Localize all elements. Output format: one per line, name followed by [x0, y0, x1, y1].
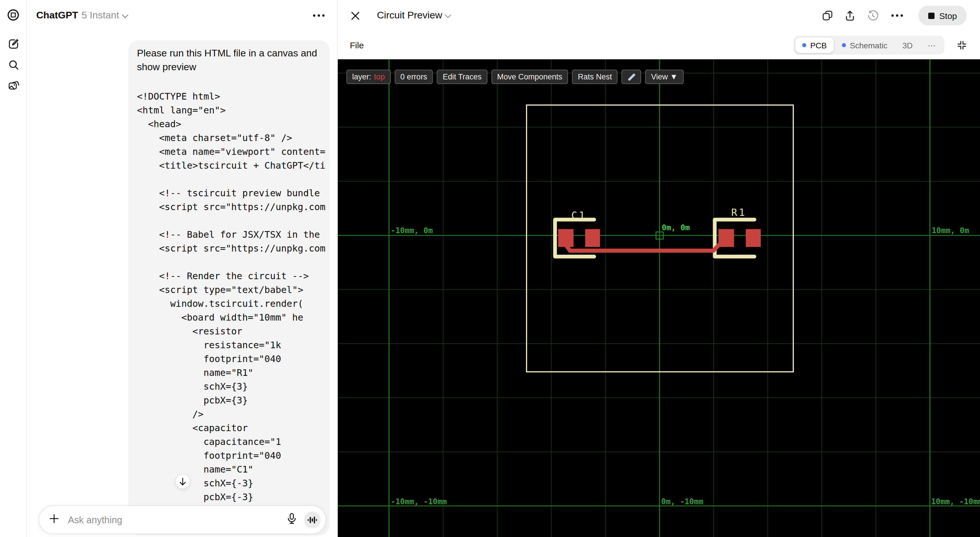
- canvas-menu-row: File PCB Schematic 3D ⋯: [338, 31, 980, 59]
- canvas-title[interactable]: Circuit Preview: [377, 10, 442, 21]
- pcb-viewport[interactable]: C1 R1 -10mm, 0m 0m, 0m 10mm, 0m -10mm, -…: [338, 59, 980, 537]
- r1-label[interactable]: R1: [732, 207, 747, 218]
- search-icon[interactable]: [7, 58, 19, 71]
- coord-south: 0m, -10mm: [661, 497, 703, 506]
- schematic-status-dot: [842, 43, 846, 47]
- composer-placeholder[interactable]: Ask anything: [68, 514, 287, 525]
- stop-button-label: Stop: [939, 11, 957, 21]
- r1-pad-2[interactable]: [746, 229, 761, 247]
- coord-southwest: -10mm, -10mm: [391, 497, 447, 506]
- chevron-down-icon[interactable]: [122, 10, 128, 21]
- chat-app-name[interactable]: ChatGPT: [36, 10, 78, 21]
- collapse-fullscreen-icon[interactable]: [956, 40, 967, 51]
- pencil-tool-icon[interactable]: [622, 70, 641, 84]
- user-message-text: Please run this HTML file in a canvas an…: [137, 46, 321, 74]
- c1-pad-1[interactable]: [558, 229, 573, 247]
- tab-3d[interactable]: 3D: [896, 37, 920, 53]
- pcb-board-svg: C1 R1 -10mm, 0m 0m, 0m 10mm, 0m -10mm, -…: [338, 59, 980, 537]
- sidebar: [0, 0, 27, 537]
- microphone-icon[interactable]: [287, 513, 296, 527]
- c1-pad-2[interactable]: [585, 229, 600, 247]
- copy-icon[interactable]: [822, 10, 833, 21]
- voice-mode-icon[interactable]: [304, 512, 321, 528]
- rats-nest-button[interactable]: Rats Nest: [572, 70, 618, 84]
- openai-logo-icon[interactable]: [6, 8, 20, 22]
- chat-more-menu-icon[interactable]: [311, 12, 327, 19]
- grid-coordinate-labels: -10mm, 0m 0m, 0m 10mm, 0m -10mm, -10mm 0…: [391, 223, 980, 506]
- new-chat-icon[interactable]: [7, 37, 19, 50]
- app-window: ChatGPT 5 Instant Please run this HTML f…: [0, 0, 980, 537]
- move-components-button[interactable]: Move Components: [492, 70, 568, 84]
- coord-east: 10mm, 0m: [932, 226, 969, 235]
- grid-major-lines: [338, 59, 980, 537]
- pcb-toolbar: layer:top 0 errors Edit Traces Move Comp…: [347, 70, 683, 84]
- user-message-bubble: Please run this HTML file in a canvas an…: [128, 40, 330, 535]
- chat-header: ChatGPT 5 Instant: [27, 0, 337, 31]
- tab-schematic[interactable]: Schematic: [835, 37, 894, 53]
- chat-column: ChatGPT 5 Instant Please run this HTML f…: [27, 0, 337, 537]
- attach-plus-icon[interactable]: [49, 513, 59, 526]
- chat-model-name[interactable]: 5 Instant: [81, 10, 119, 21]
- tab-pcb[interactable]: PCB: [795, 37, 834, 53]
- edit-traces-button[interactable]: Edit Traces: [437, 70, 487, 84]
- chat-composer[interactable]: Ask anything: [38, 505, 326, 534]
- scroll-to-bottom-button[interactable]: [175, 474, 191, 489]
- library-icon[interactable]: [7, 79, 19, 91]
- coord-southeast: 10mm, -10mm: [931, 497, 980, 506]
- coord-west: -10mm, 0m: [391, 226, 433, 235]
- canvas-title-chevron-icon[interactable]: [445, 10, 452, 21]
- c1-label[interactable]: C1: [571, 209, 587, 221]
- file-menu[interactable]: File: [350, 40, 364, 50]
- stop-square-icon: [928, 13, 935, 19]
- errors-button[interactable]: 0 errors: [395, 70, 433, 84]
- canvas-more-menu-icon[interactable]: [889, 12, 905, 19]
- share-upload-icon[interactable]: [844, 10, 856, 21]
- user-message-code: <!DOCTYPE html> <html lang="en"> <head> …: [137, 90, 321, 518]
- close-icon[interactable]: [349, 10, 361, 21]
- history-icon[interactable]: [867, 10, 878, 21]
- coord-origin: 0m, 0m: [662, 223, 690, 232]
- stop-button[interactable]: Stop: [918, 6, 967, 25]
- tab-more-menu[interactable]: ⋯: [921, 37, 943, 53]
- view-menu-button[interactable]: View ▼: [645, 70, 683, 84]
- grid-minor-lines: [338, 59, 980, 537]
- layer-value: top: [374, 73, 385, 81]
- canvas-panel-header: Circuit Preview: [338, 0, 980, 31]
- r1-pad-1[interactable]: [719, 229, 734, 247]
- canvas-panel: Circuit Preview: [337, 0, 980, 537]
- view-switcher: PCB Schematic 3D ⋯: [794, 36, 944, 55]
- pcb-status-dot: [802, 43, 806, 47]
- layer-select-button[interactable]: layer:top: [347, 70, 391, 84]
